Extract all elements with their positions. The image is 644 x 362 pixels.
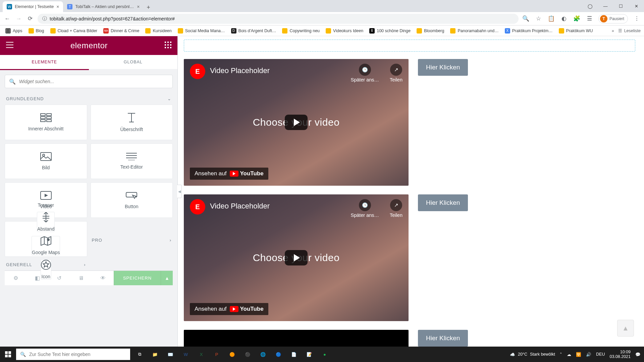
spotify-icon[interactable]: ●: [317, 347, 332, 362]
category-pro[interactable]: PRO ›: [91, 221, 173, 257]
widget-inner-section[interactable]: Innerer Abschnitt: [5, 105, 87, 140]
scroll-to-top-button[interactable]: ▲: [617, 320, 634, 337]
widget-spacer[interactable]: Abstand: [37, 212, 55, 232]
widget-search[interactable]: 🔍: [5, 75, 173, 88]
apps-shortcut[interactable]: ⋮⋮Apps: [3, 27, 24, 35]
bookmark-item[interactable]: DBois d'Argent Duft…: [229, 27, 278, 35]
network-icon[interactable]: 🛜: [576, 352, 581, 357]
star-icon[interactable]: ☆: [535, 15, 543, 22]
address-bar[interactable]: ⓘ tobitalk.at/wp-admin/post.php?post=627…: [38, 14, 519, 24]
tab-elements[interactable]: ELEMENTE: [0, 55, 89, 69]
category-general[interactable]: GENERELL ›: [5, 260, 87, 270]
settings-icon[interactable]: ⚙: [5, 275, 26, 281]
section-row[interactable]: Hier Klicken: [184, 330, 635, 347]
widget-divider[interactable]: Trenner Abstand Google Maps Icon: [5, 221, 87, 257]
category-basic[interactable]: GRUNDLEGEND ⌄: [5, 91, 173, 105]
video-widget[interactable]: [184, 330, 409, 347]
close-icon[interactable]: ×: [137, 4, 140, 9]
video-widget[interactable]: E Video Placeholder 🕒 Später ans… ↗ Teil…: [184, 59, 409, 186]
bookmark-item[interactable]: B100 schöne Dinge: [367, 27, 413, 35]
close-window-icon[interactable]: ✕: [629, 0, 644, 12]
minimize-icon[interactable]: —: [598, 0, 613, 12]
widget-heading[interactable]: Überschrift: [91, 105, 173, 140]
mail-icon[interactable]: ✉️: [163, 347, 178, 362]
bookmark-item[interactable]: Praktikum WU: [557, 27, 595, 35]
widgets-grid-icon[interactable]: [165, 42, 171, 50]
word-icon[interactable]: W: [178, 347, 193, 362]
save-button[interactable]: SPEICHERN: [114, 271, 161, 285]
editor-canvas[interactable]: E Video Placeholder 🕒 Später ans… ↗ Teil…: [178, 36, 644, 347]
browser-tab[interactable]: T TobiTalk – Aktien und persönlich… ×: [63, 1, 144, 12]
start-button[interactable]: [0, 351, 16, 357]
forward-icon[interactable]: →: [15, 15, 23, 22]
extensions-icon[interactable]: 🧩: [573, 15, 581, 22]
tab-global[interactable]: GLOBAL: [89, 55, 178, 69]
watch-on-youtube[interactable]: Ansehen auf YouTube: [190, 168, 268, 180]
taskbar-search[interactable]: 🔍 Zur Suche Text hier eingeben: [16, 349, 130, 360]
chrome-icon[interactable]: 🌐: [256, 347, 270, 362]
language-indicator[interactable]: DEU: [596, 352, 605, 357]
obs-icon[interactable]: ⚫: [240, 347, 255, 362]
save-options-button[interactable]: ▴: [161, 271, 173, 285]
bookmark-item[interactable]: Videokurs Ideen: [324, 27, 365, 35]
section-drop-zone[interactable]: [184, 40, 635, 52]
section-row[interactable]: E Video Placeholder 🕒Später ans… ↗Teilen…: [184, 194, 635, 321]
close-icon[interactable]: ×: [56, 4, 59, 9]
bookmark-item[interactable]: Copywriting neu: [280, 27, 322, 35]
history-icon[interactable]: ↺: [48, 275, 70, 281]
edge-icon[interactable]: 🔵: [271, 347, 286, 362]
site-info-icon[interactable]: ⓘ: [42, 16, 47, 22]
section-row[interactable]: E Video Placeholder 🕒 Später ans… ↗ Teil…: [184, 59, 635, 186]
button-widget[interactable]: Hier Klicken: [418, 194, 468, 211]
menu-icon[interactable]: [6, 42, 13, 49]
search-input[interactable]: [19, 79, 168, 84]
profile-button[interactable]: T Pausiert: [598, 14, 628, 23]
extension-icon[interactable]: 📋: [547, 15, 555, 22]
widget-button[interactable]: Button: [91, 182, 173, 218]
reading-list-button[interactable]: ☰Leseliste: [618, 28, 641, 33]
app-icon[interactable]: 🟠: [225, 347, 239, 362]
bookmark-item[interactable]: Bloomberg: [415, 27, 446, 35]
widget-google-maps[interactable]: Google Maps: [32, 236, 60, 255]
bookmark-item[interactable]: XPraktikum Projektm…: [503, 27, 555, 35]
navigator-icon[interactable]: ◧: [26, 275, 48, 281]
extension-icon[interactable]: ◐: [560, 15, 568, 22]
reading-list-icon[interactable]: ☰: [586, 15, 594, 22]
widget-text-editor[interactable]: Text-Editor: [91, 143, 173, 179]
bookmark-item[interactable]: Social Media Mana…: [176, 27, 227, 35]
bookmark-item[interactable]: Blog: [26, 27, 46, 35]
bookmark-item[interactable]: 🍽Dinner & Crime: [101, 27, 141, 35]
panel-collapse-handle[interactable]: ◀: [177, 185, 182, 198]
weather-widget[interactable]: ☁️ 20°C Stark bewölkt: [510, 352, 555, 357]
bookmark-item[interactable]: Panoramabahn und…: [448, 27, 500, 35]
video-widget[interactable]: E Video Placeholder 🕒Später ans… ↗Teilen…: [184, 194, 409, 321]
tray-chevron-icon[interactable]: ˄: [560, 352, 562, 357]
bookmark-item[interactable]: Kursideen: [143, 27, 173, 35]
powerpoint-icon[interactable]: P: [209, 347, 224, 362]
task-view-icon[interactable]: ⧉: [132, 347, 147, 362]
play-icon[interactable]: [285, 250, 308, 265]
back-icon[interactable]: ←: [3, 15, 11, 22]
play-icon[interactable]: [285, 115, 308, 130]
widget-image[interactable]: Bild: [5, 143, 87, 179]
zoom-icon[interactable]: 🔍: [522, 15, 530, 22]
responsive-icon[interactable]: 🖥: [70, 275, 92, 281]
menu-icon[interactable]: ⋮: [633, 15, 641, 22]
watch-on-youtube[interactable]: Ansehen auf YouTube: [190, 303, 268, 315]
maximize-icon[interactable]: ☐: [613, 0, 629, 12]
preview-icon[interactable]: 👁: [92, 275, 114, 281]
volume-icon[interactable]: 🔊: [586, 352, 591, 357]
notifications-icon[interactable]: 💬: [635, 352, 641, 357]
app-icon[interactable]: 📝: [302, 347, 317, 362]
excel-icon[interactable]: X: [194, 347, 209, 362]
button-widget[interactable]: Hier Klicken: [418, 59, 468, 76]
clock[interactable]: 10:09 03.08.2021: [609, 350, 631, 359]
explorer-icon[interactable]: 📁: [148, 347, 162, 362]
button-widget[interactable]: Hier Klicken: [418, 330, 468, 347]
new-tab-button[interactable]: +: [144, 3, 153, 12]
reload-icon[interactable]: ⟳: [26, 15, 34, 22]
bookmarks-overflow[interactable]: »: [612, 28, 614, 33]
account-switcher-icon[interactable]: ◯: [582, 0, 598, 12]
onedrive-icon[interactable]: ☁: [567, 352, 571, 357]
app-icon[interactable]: 📄: [286, 347, 301, 362]
